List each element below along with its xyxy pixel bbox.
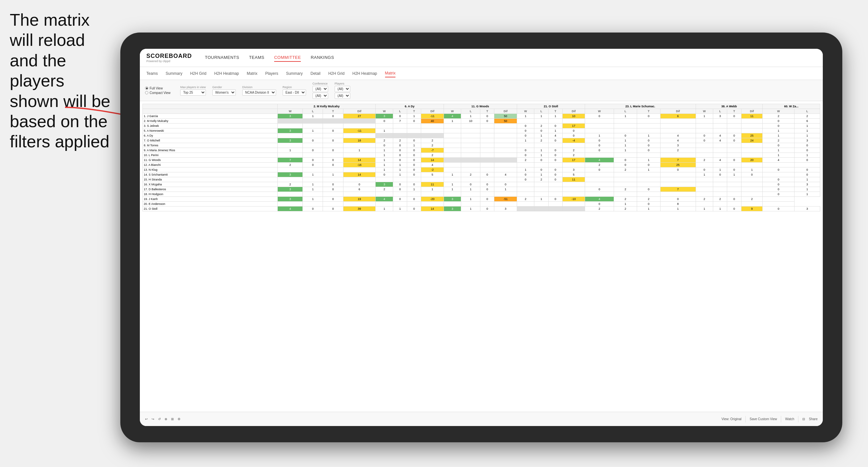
matrix-cell: 0	[323, 158, 343, 163]
sub-nav-detail[interactable]: Detail	[311, 70, 321, 77]
division-select[interactable]: NCAA Division II	[242, 89, 276, 96]
undo-btn[interactable]: ↩	[145, 417, 148, 421]
matrix-cell: 1	[795, 187, 820, 192]
share-btn[interactable]: Share	[809, 417, 817, 421]
matrix-cell	[741, 192, 763, 197]
redo-btn[interactable]: ↪	[152, 417, 154, 421]
matrix-cell	[741, 201, 763, 207]
matrix-cell: 0	[585, 187, 614, 192]
watch-btn[interactable]: Watch	[785, 417, 794, 421]
refresh-btn[interactable]: ↺	[158, 417, 161, 421]
matrix-cell: 11	[421, 182, 443, 187]
sub-nav-teams[interactable]: Teams	[146, 70, 158, 77]
matrix-cell	[461, 177, 480, 182]
matrix-cell: 1	[713, 207, 727, 211]
matrix-cell: 0	[637, 138, 660, 143]
matrix-cell: 1	[695, 207, 713, 211]
matrix-cell: 2	[562, 148, 585, 153]
radio-full[interactable]	[145, 87, 148, 90]
save-custom-btn[interactable]: Save Custom View	[750, 417, 777, 421]
matrix-cell: 1	[393, 167, 407, 173]
player-name-cell: 1. J Garcia	[143, 114, 278, 119]
matrix-cell	[480, 153, 494, 158]
matrix-cell: 0	[393, 153, 407, 158]
matrix-cell: 2	[534, 138, 548, 143]
matrix-cell	[727, 187, 741, 192]
matrix-cell	[548, 201, 562, 207]
table-row: 16. X Mcgaha210030011100003	[143, 182, 820, 187]
layout-btn[interactable]: ⊟	[802, 417, 805, 421]
sub-nav-summary2[interactable]: Summary	[286, 70, 303, 77]
nav-committee[interactable]: COMMITTEE	[274, 54, 301, 62]
matrix-cell: 1	[614, 114, 637, 119]
view-compact[interactable]: Compact View	[145, 91, 170, 95]
matrix-cell	[585, 128, 614, 133]
matrix-cell: 0	[323, 197, 343, 201]
matrix-cell	[763, 197, 795, 201]
matrix-cell: 0	[303, 207, 323, 211]
conference-select[interactable]: (All)	[313, 86, 328, 92]
matrix-cell	[303, 153, 323, 158]
matrix-cell	[695, 163, 713, 167]
matrix-cell: -11	[421, 114, 443, 119]
matrix-cell: 14	[421, 158, 443, 163]
matrix-cell: 1	[393, 163, 407, 167]
matrix-cell	[614, 192, 637, 197]
matrix-cell	[480, 192, 494, 197]
matrix-cell: 0	[303, 138, 323, 143]
matrix-cell	[763, 173, 795, 177]
matrix-cell	[343, 124, 376, 128]
matrix-cell	[741, 182, 763, 187]
view-full[interactable]: Full View	[145, 87, 170, 90]
wlt-38-dif: Dif	[741, 109, 763, 114]
filter-bar: Full View Compact View Max players in vi…	[140, 80, 823, 101]
matrix-cell	[660, 153, 695, 158]
matrix-cell	[727, 153, 741, 158]
matrix-cell	[323, 133, 343, 138]
matrix-cell: 1	[795, 124, 820, 128]
sub-nav-summary1[interactable]: Summary	[165, 70, 182, 77]
matrix-cell	[534, 163, 548, 167]
sub-nav-matrix2[interactable]: Matrix	[385, 70, 396, 77]
player-name-cell: 16. X Mcgaha	[143, 182, 278, 187]
wlt-38-l: L	[713, 109, 727, 114]
matrix-cell: 0	[660, 197, 695, 201]
matrix-cell	[585, 124, 614, 128]
nav-tournaments[interactable]: TOURNAMENTS	[205, 54, 239, 62]
view-original-btn[interactable]: View: Original	[722, 417, 742, 421]
grid-btn[interactable]: ⊞	[171, 417, 174, 421]
sub-nav-h2h-grid1[interactable]: H2H Grid	[190, 70, 207, 77]
matrix-cell	[443, 153, 461, 158]
matrix-cell: 0	[548, 173, 562, 177]
nav-teams[interactable]: TEAMS	[249, 54, 265, 62]
table-row: 1. J Garcia31027301-11410501111001061301…	[143, 114, 820, 119]
sub-nav-h2h-heatmap1[interactable]: H2H Heatmap	[214, 70, 239, 77]
players-select[interactable]: (All)	[335, 86, 350, 92]
share-label: Share	[809, 417, 817, 421]
conference-select2[interactable]: (All)	[313, 93, 328, 99]
sub-nav-h2h-heatmap2[interactable]: H2H Heatmap	[352, 70, 377, 77]
table-row: 13. N Klug110-210030210010100	[143, 167, 820, 173]
sub-nav-players[interactable]: Players	[265, 70, 278, 77]
zoom-btn[interactable]: ⊕	[164, 417, 167, 421]
nav-rankings[interactable]: RANKINGS	[311, 54, 334, 62]
region-select[interactable]: East - DII	[283, 89, 306, 96]
sub-nav-h2h-grid2[interactable]: H2H Grid	[328, 70, 344, 77]
matrix-cell: 0	[323, 128, 343, 133]
matrix-cell	[695, 187, 713, 192]
matrix-cell	[585, 177, 614, 182]
gender-select[interactable]: Women's	[212, 89, 236, 96]
matrix-cell: 1	[763, 133, 795, 138]
radio-compact[interactable]	[145, 91, 148, 94]
matrix-cell	[443, 192, 461, 197]
matrix-container[interactable]: 2. M Kelly Mulcahy 6. A Dy 11. G Woods 2…	[140, 101, 823, 412]
players-select2[interactable]: (All)	[335, 93, 350, 99]
matrix-cell	[480, 177, 494, 182]
settings-btn[interactable]: ⚙	[178, 417, 181, 421]
sub-nav-matrix1[interactable]: Matrix	[247, 70, 257, 77]
matrix-cell	[407, 177, 421, 182]
max-players-select[interactable]: Top 25	[180, 89, 206, 96]
matrix-cell	[443, 167, 461, 173]
matrix-cell: 1	[614, 138, 637, 143]
matrix-cell	[585, 153, 614, 158]
